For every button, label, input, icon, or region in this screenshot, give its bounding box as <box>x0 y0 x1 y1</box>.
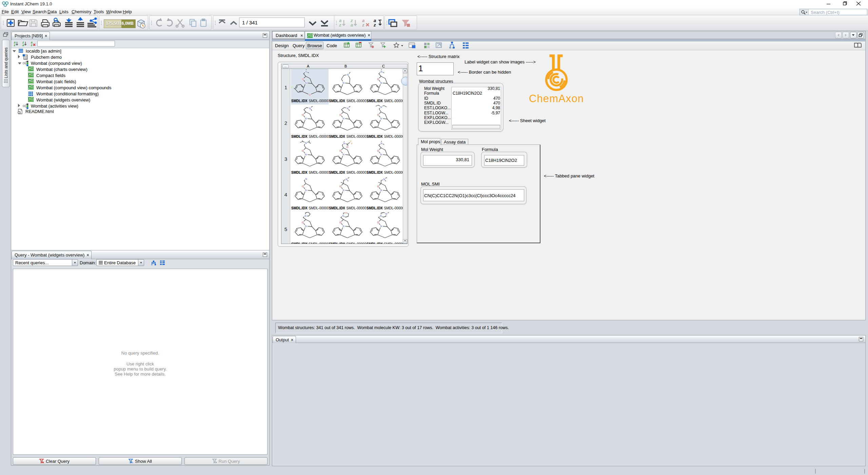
svg-text:1 / 341: 1 / 341 <box>242 20 258 25</box>
svg-text:z: z <box>339 22 341 27</box>
svg-text:a: a <box>351 22 353 27</box>
svg-text:a: a <box>22 43 24 46</box>
svg-text:z: z <box>31 43 33 46</box>
svg-text:z: z <box>362 22 364 27</box>
svg-text:z: z <box>373 22 376 27</box>
svg-text:z: z <box>14 43 16 46</box>
